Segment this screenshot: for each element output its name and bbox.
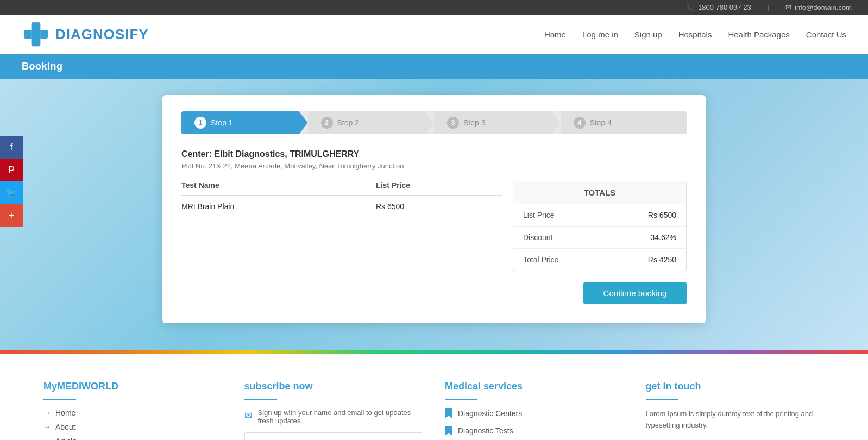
test-name-cell: MRI Brain Plain — [181, 196, 376, 218]
totals-total-label: Total Price — [523, 255, 558, 264]
medical-item-tests[interactable]: Diagnostic Tests — [445, 426, 624, 436]
footer-link-about[interactable]: → About — [43, 423, 223, 431]
top-bar: 📞 1800 780 097 23 | ✉ info@domain.com — [0, 0, 868, 15]
google-plus-button[interactable]: + — [0, 204, 23, 227]
step-1[interactable]: 1 Step 1 — [181, 111, 308, 134]
center-address: Plot No. 21& 22, Meena Arcade, Motivalle… — [181, 162, 687, 170]
phone-info: 📞 1800 780 097 23 — [686, 3, 751, 11]
footer: MyMEDIWORLD → Home → About → Article → B… — [0, 354, 868, 440]
step-1-label: Step 1 — [211, 118, 232, 127]
test-price-cell: Rs 6500 — [376, 196, 502, 218]
arrow-icon: → — [43, 408, 51, 417]
step-3[interactable]: 3 Step 3 — [434, 111, 561, 134]
main-nav: Home Log me in Sign up Hospitals Health … — [544, 30, 846, 39]
email-info: ✉ info@domain.com — [785, 3, 852, 11]
continue-booking-button[interactable]: Continue booking — [583, 282, 687, 304]
footer-subscribe-divider — [244, 399, 277, 400]
steps-bar: 1 Step 1 2 Step 2 3 Step 3 4 Step 4 — [181, 111, 687, 134]
arrow-icon: → — [43, 437, 51, 440]
totals-discount-label: Discount — [523, 233, 552, 242]
footer-medical: Medical services Diagnostic Centers Diag… — [445, 381, 624, 440]
nav-health-packages[interactable]: Health Packages — [728, 30, 789, 39]
step-2-label: Step 2 — [337, 118, 359, 127]
booking-bar: Booking — [0, 54, 868, 79]
footer-link-about-label: About — [55, 423, 76, 431]
email-icon: ✉ — [244, 410, 253, 422]
touch-text-1: Lorem Ipsum is simply dummy text of the … — [646, 408, 825, 431]
separator: | — [768, 3, 769, 11]
totals-discount-row: Discount 34.62% — [513, 227, 686, 249]
logo-text: DIAGNOSIFY — [55, 26, 149, 43]
subscribe-text-content: Sign up with your name and email to get … — [258, 408, 424, 425]
phone-icon: 📞 — [686, 3, 695, 11]
footer-mymedi-title: MyMEDIWORLD — [43, 381, 223, 392]
nav-signup[interactable]: Sign up — [634, 30, 662, 39]
logo-icon — [22, 20, 50, 48]
phone-number: 1800 780 097 23 — [698, 3, 751, 11]
totals-header: TOTALS — [513, 181, 686, 204]
step-2[interactable]: 2 Step 2 — [308, 111, 435, 134]
footer-link-home[interactable]: → Home — [43, 408, 223, 417]
step-4[interactable]: 4 Step 4 — [561, 111, 687, 134]
email-address: info@domain.com — [795, 3, 852, 11]
step-4-label: Step 4 — [590, 118, 612, 127]
arrow-icon: → — [43, 423, 51, 431]
booking-card: 1 Step 1 2 Step 2 3 Step 3 4 Step 4 Cent… — [162, 95, 706, 323]
logo[interactable]: DIAGNOSIFY — [22, 20, 149, 48]
footer-medical-title: Medical services — [445, 381, 624, 392]
col-test-name: Test Name — [181, 181, 376, 196]
bookmark-icon — [445, 426, 452, 436]
footer-link-article[interactable]: → Article — [43, 437, 223, 440]
totals-total-value: Rs 4250 — [648, 255, 676, 264]
step-3-num: 3 — [447, 117, 459, 129]
subscribe-description: ✉ Sign up with your name and email to ge… — [244, 408, 424, 425]
footer-mymedi-divider — [43, 399, 76, 400]
footer-touch-title: get in touch — [646, 381, 825, 392]
footer-mymediworld: MyMEDIWORLD → Home → About → Article → B… — [43, 381, 223, 440]
footer-subscribe-title: subscribe now — [244, 381, 424, 392]
totals-list-price-label: List Price — [523, 211, 555, 219]
nav-home[interactable]: Home — [544, 30, 566, 39]
bookmark-icon — [445, 408, 452, 418]
your-name-input[interactable] — [244, 432, 424, 440]
medical-tests-label: Diagnostic Tests — [458, 426, 513, 435]
nav-login[interactable]: Log me in — [582, 30, 618, 39]
totals-discount-value: 34.62% — [651, 233, 676, 242]
totals-list-price-value: Rs 6500 — [648, 211, 676, 219]
col-list-price: List Price — [376, 181, 502, 196]
footer-link-article-label: Article — [55, 437, 77, 440]
footer-medical-divider — [445, 399, 477, 400]
social-sidebar: f P 🐦 + — [0, 136, 23, 227]
center-name: Center: Elbit Diagnostics, TRIMULGHERRY — [181, 149, 687, 159]
booking-title: Booking — [22, 61, 63, 72]
pinterest-button[interactable]: P — [0, 159, 23, 181]
footer-grid: MyMEDIWORLD → Home → About → Article → B… — [43, 381, 825, 440]
totals-total-row: Total Price Rs 4250 — [513, 249, 686, 271]
hero-section: 1 Step 1 2 Step 2 3 Step 3 4 Step 4 Cent… — [0, 79, 868, 350]
medical-item-centers[interactable]: Diagnostic Centers — [445, 408, 624, 418]
nav-contact[interactable]: Contact Us — [806, 30, 846, 39]
header: DIAGNOSIFY Home Log me in Sign up Hospit… — [0, 15, 868, 54]
footer-link-home-label: Home — [55, 408, 76, 417]
facebook-button[interactable]: f — [0, 136, 23, 159]
step-1-num: 1 — [194, 117, 206, 129]
svg-rect-1 — [24, 30, 48, 39]
table-row: MRI Brain Plain Rs 6500 — [181, 196, 502, 218]
step-3-label: Step 3 — [463, 118, 485, 127]
step-4-num: 4 — [574, 117, 586, 129]
step-2-num: 2 — [321, 117, 333, 129]
booking-columns: Test Name List Price MRI Brain Plain Rs … — [181, 181, 687, 271]
footer-touch-divider — [646, 399, 678, 400]
email-icon: ✉ — [785, 3, 791, 11]
totals-list-price-row: List Price Rs 6500 — [513, 204, 686, 227]
footer-touch: get in touch Lorem Ipsum is simply dummy… — [646, 381, 825, 440]
medical-centers-label: Diagnostic Centers — [458, 409, 522, 418]
twitter-button[interactable]: 🐦 — [0, 181, 23, 204]
footer-subscribe: subscribe now ✉ Sign up with your name a… — [244, 381, 424, 440]
totals-box: TOTALS List Price Rs 6500 Discount 34.62… — [513, 181, 687, 271]
test-table: Test Name List Price MRI Brain Plain Rs … — [181, 181, 502, 271]
nav-hospitals[interactable]: Hospitals — [678, 30, 712, 39]
